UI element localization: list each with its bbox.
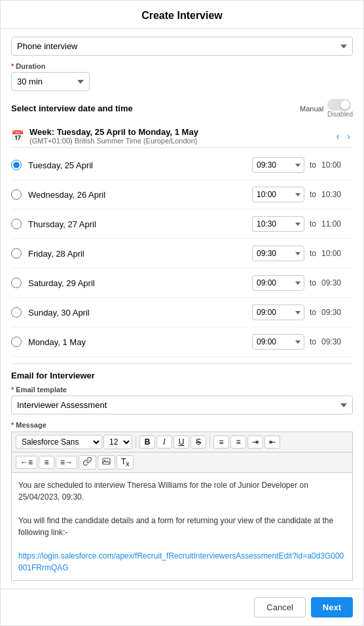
end-time-monday: 09:30 — [321, 337, 353, 346]
time-select-saturday[interactable]: 09:0009:3010:00 — [252, 275, 304, 291]
manual-label: Manual — [300, 105, 323, 113]
to-label-thursday: to — [310, 219, 316, 229]
message-paragraph-1: You are scheduled to interview Theresa W… — [18, 479, 346, 503]
link-icon — [83, 457, 92, 466]
section-divider — [11, 363, 353, 364]
svg-rect-0 — [103, 458, 110, 464]
day-row-saturday: Saturday, 29 April 09:0009:3010:00 to 09… — [11, 268, 353, 298]
manual-toggle[interactable] — [327, 99, 351, 111]
to-label-monday: to — [310, 337, 316, 346]
ordered-list-button[interactable]: ≡ — [230, 435, 246, 449]
email-template-label: * Email template — [11, 386, 353, 394]
time-select-friday[interactable]: 09:3009:0010:00 — [252, 246, 304, 261]
manual-toggle-container: Manual Disabled — [300, 99, 353, 118]
bullet-list-button[interactable]: ≡ — [213, 435, 229, 449]
time-select-wednesday[interactable]: 10:0009:0009:30 — [252, 187, 304, 202]
to-label-tuesday: to — [310, 160, 316, 170]
end-time-friday: 10:00 — [321, 249, 353, 258]
end-time-saturday: 09:30 — [321, 278, 353, 287]
day-row-tuesday: Tuesday, 25 April 09:3009:0010:00 to 10:… — [11, 151, 353, 180]
duration-select[interactable]: 30 min 15 min 45 min 60 min 90 min — [11, 72, 90, 91]
image-button[interactable] — [98, 455, 115, 470]
end-time-sunday: 09:30 — [321, 308, 353, 317]
message-paragraph-2: You will find the candidate details and … — [18, 515, 346, 538]
modal-body: Phone interview In-person interview Vide… — [1, 29, 363, 589]
to-label-wednesday: to — [310, 190, 316, 199]
calendar-icon: 📅 — [11, 130, 24, 142]
font-size-select[interactable]: 12 10 14 16 — [103, 435, 132, 449]
toggle-knob — [340, 100, 350, 109]
prev-week-arrow[interactable]: ‹ — [334, 130, 342, 143]
time-select-thursday[interactable]: 10:3009:0009:30 — [252, 216, 304, 232]
schedule-section-title: Select interview date and time — [11, 103, 133, 113]
day-row-friday: Friday, 28 April 09:3009:0010:00 to 10:0… — [11, 239, 353, 268]
day-row-monday: Monday, 1 May 09:0009:3010:00 to 09:30 — [11, 327, 353, 357]
day-row-sunday: Sunday, 30 April 09:0009:3010:00 to 09:3… — [11, 298, 353, 327]
day-row-wednesday: Wednesday, 26 April 10:0009:0009:30 to 1… — [11, 180, 353, 210]
next-week-arrow[interactable]: › — [344, 130, 353, 143]
end-time-thursday: 11:00 — [321, 219, 353, 229]
message-link: https://login.salesforce.com/apex/fRecru… — [18, 550, 346, 574]
to-label-saturday: to — [310, 278, 316, 287]
toolbar-row2: ←≡ ≡ ≡→ Tx — [11, 452, 353, 472]
create-interview-modal: Create Interview Phone interview In-pers… — [0, 0, 364, 626]
week-subtitle: (GMT+01:00) British Summer Time (Europe/… — [29, 137, 329, 145]
week-nav: 📅 Week: Tuesday, 25 April to Monday, 1 M… — [11, 122, 353, 148]
email-section-title: Email for Interviewer — [11, 371, 353, 380]
nav-arrows: ‹ › — [334, 130, 353, 143]
outdent-button[interactable]: ⇤ — [264, 435, 280, 449]
required-star-message: * — [11, 421, 14, 429]
italic-button[interactable]: I — [156, 435, 172, 449]
strikethrough-button[interactable]: S — [191, 435, 206, 449]
day-label-tuesday: Tuesday, 25 April — [28, 160, 252, 170]
align-right-button[interactable]: ≡→ — [56, 456, 77, 469]
underline-button[interactable]: U — [173, 435, 189, 449]
day-label-sunday: Sunday, 30 April — [28, 308, 252, 318]
end-time-tuesday: 10:00 — [321, 160, 353, 170]
interview-type-select[interactable]: Phone interview In-person interview Vide… — [11, 37, 353, 56]
required-star-template: * — [11, 386, 14, 394]
day-label-friday: Friday, 28 April — [28, 249, 252, 259]
radio-sunday[interactable] — [11, 307, 22, 318]
align-center-button[interactable]: ≡ — [39, 456, 54, 469]
radio-thursday[interactable] — [11, 219, 22, 229]
radio-tuesday[interactable] — [11, 160, 22, 170]
toolbar-separator-2 — [209, 436, 210, 448]
cancel-button[interactable]: Cancel — [254, 597, 305, 617]
toggle-area: Disabled — [327, 99, 353, 118]
font-family-select[interactable]: Salesforce Sans Arial Times New Roman — [16, 435, 102, 449]
indent-button[interactable]: ⇥ — [247, 435, 263, 449]
align-left-button[interactable]: ←≡ — [16, 456, 37, 469]
radio-monday[interactable] — [11, 337, 22, 347]
modal-footer: Cancel Next — [1, 589, 363, 625]
day-label-monday: Monday, 1 May — [28, 337, 252, 347]
week-info: Week: Tuesday, 25 April to Monday, 1 May… — [29, 127, 329, 145]
to-label-sunday: to — [310, 308, 316, 317]
day-label-wednesday: Wednesday, 26 April — [28, 190, 252, 200]
end-time-wednesday: 10:30 — [321, 190, 353, 199]
schedule-header: Select interview date and time Manual Di… — [11, 99, 353, 118]
next-button[interactable]: Next — [311, 597, 353, 617]
message-body[interactable]: You are scheduled to interview Theresa W… — [11, 472, 353, 581]
to-label-friday: to — [310, 249, 316, 258]
radio-saturday[interactable] — [11, 278, 22, 288]
bold-button[interactable]: B — [139, 435, 155, 449]
message-label: * Message — [11, 421, 353, 429]
modal-title: Create Interview — [1, 1, 363, 29]
radio-friday[interactable] — [11, 248, 22, 259]
clear-format-button[interactable]: Tx — [117, 455, 134, 470]
link-button[interactable] — [79, 455, 96, 470]
disabled-label: Disabled — [327, 111, 353, 118]
image-icon — [102, 457, 111, 466]
time-select-monday[interactable]: 09:0009:3010:00 — [252, 334, 304, 350]
week-title: Week: Tuesday, 25 April to Monday, 1 May — [29, 127, 329, 137]
required-star: * — [11, 62, 14, 70]
time-select-sunday[interactable]: 09:0009:3010:00 — [252, 304, 304, 320]
time-select-tuesday[interactable]: 09:3009:0010:00 — [252, 157, 304, 173]
toolbar-separator-1 — [136, 436, 136, 448]
toolbar-row1: Salesforce Sans Arial Times New Roman 12… — [11, 432, 353, 452]
email-template-select[interactable]: Interviewer Assessment — [11, 396, 353, 414]
day-label-saturday: Saturday, 29 April — [28, 278, 252, 288]
duration-label: * Duration — [11, 62, 353, 70]
radio-wednesday[interactable] — [11, 189, 22, 200]
